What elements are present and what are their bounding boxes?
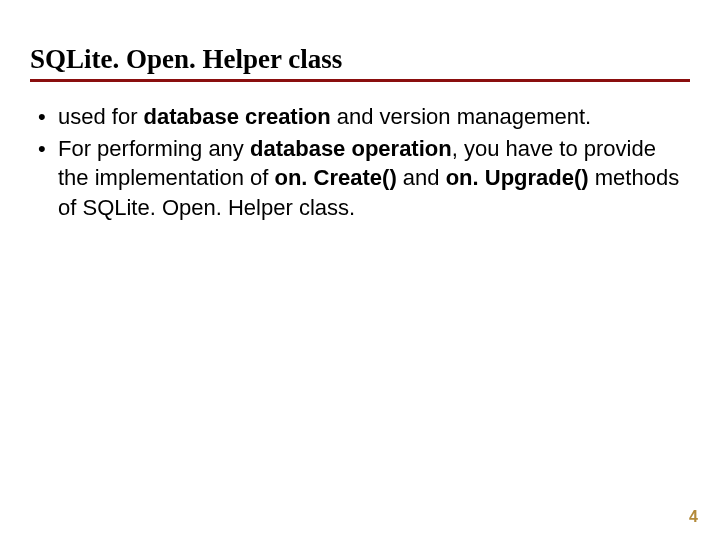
page-number: 4 — [689, 508, 698, 526]
text-segment: database operation — [250, 136, 452, 161]
title-underline — [30, 79, 690, 82]
text-segment: on. Upgrade() — [446, 165, 589, 190]
text-segment: and version management. — [331, 104, 592, 129]
bullet-item: For performing any database operation, y… — [58, 134, 684, 223]
bullet-list: used for database creation and version m… — [30, 102, 690, 223]
text-segment: and — [397, 165, 446, 190]
text-segment: used for — [58, 104, 144, 129]
text-segment: database creation — [144, 104, 331, 129]
bullet-item: used for database creation and version m… — [58, 102, 684, 132]
text-segment: on. Create() — [274, 165, 396, 190]
slide: SQLite. Open. Helper class used for data… — [0, 0, 720, 540]
slide-title: SQLite. Open. Helper class — [30, 44, 690, 81]
text-segment: For performing any — [58, 136, 250, 161]
title-block: SQLite. Open. Helper class — [30, 44, 690, 82]
